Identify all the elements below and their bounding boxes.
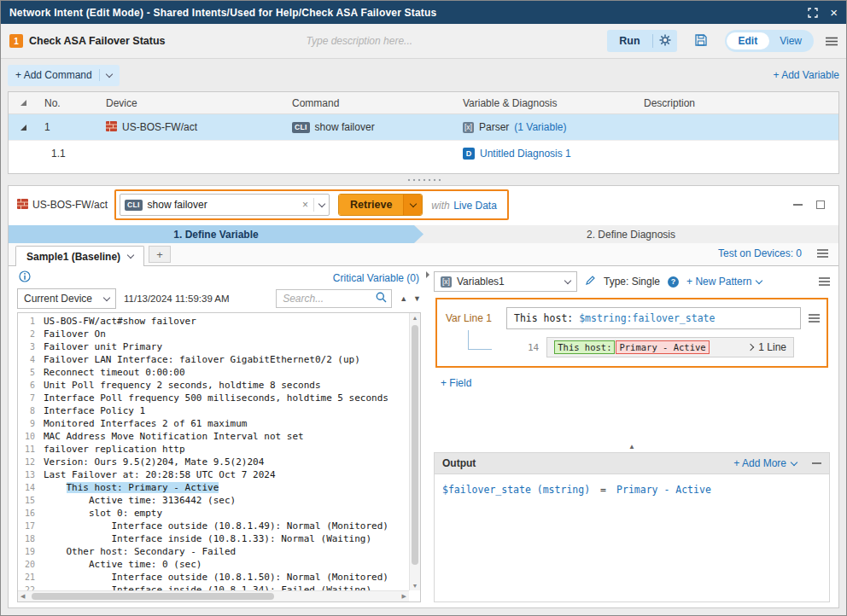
minimize-output-icon[interactable] bbox=[812, 462, 821, 464]
test-on-devices-link[interactable]: Test on Devices: 0 bbox=[718, 247, 802, 259]
type-label: Type: Single bbox=[604, 276, 660, 288]
collapse-panel-icon[interactable] bbox=[426, 271, 429, 278]
collapse-all-icon[interactable] bbox=[9, 100, 38, 106]
code-line: 2Failover On bbox=[18, 328, 408, 340]
scroll-down-icon[interactable]: ▼ bbox=[410, 583, 420, 589]
add-field-link[interactable]: + Field bbox=[441, 377, 830, 389]
tab-define-diagnosis[interactable]: 2. Define Diagnosis bbox=[414, 225, 838, 243]
var-line-label: Var Line 1 bbox=[446, 312, 499, 324]
code-line: 7Interface Poll frequency 500 millisecon… bbox=[18, 392, 408, 404]
run-button[interactable]: Run bbox=[607, 30, 651, 52]
panel-controls bbox=[793, 200, 830, 209]
scrollbar-thumb[interactable] bbox=[412, 325, 418, 565]
edit-pencil-icon[interactable] bbox=[585, 274, 596, 289]
scroll-right-icon[interactable]: ▶ bbox=[402, 593, 406, 600]
help-icon[interactable]: ? bbox=[668, 276, 679, 288]
find-next-icon[interactable]: ▼ bbox=[413, 294, 421, 303]
command-bar: US-BOS-FW/act CLI show failover × Retrie… bbox=[9, 186, 838, 224]
chevron-down-icon bbox=[564, 276, 571, 283]
command-select[interactable]: CLI show failover × bbox=[120, 194, 330, 216]
add-more-button[interactable]: + Add More bbox=[733, 457, 797, 469]
match-lines-link[interactable]: 1 Line bbox=[748, 341, 786, 353]
retrieve-dropdown[interactable] bbox=[403, 195, 422, 215]
search-box bbox=[276, 289, 392, 308]
panel-divider[interactable] bbox=[424, 266, 432, 607]
new-pattern-button[interactable]: + New Pattern bbox=[686, 276, 762, 288]
add-variable-link[interactable]: + Add Variable bbox=[773, 69, 839, 81]
close-icon[interactable]: × bbox=[830, 6, 838, 19]
tab-define-variable[interactable]: 1. Define Variable bbox=[9, 225, 424, 243]
search-input[interactable] bbox=[283, 293, 376, 305]
info-icon[interactable] bbox=[19, 270, 31, 286]
minimize-icon[interactable] bbox=[793, 204, 803, 206]
sample-text-panel: Critical Variable (0) Current Device 11/… bbox=[9, 266, 424, 607]
match-variable-highlight: Primary - Active bbox=[616, 340, 709, 354]
code-line: 19 Other host: Secondary - Failed bbox=[18, 545, 408, 558]
command-cell: CLI show failover bbox=[285, 121, 456, 133]
collapse-output-icon[interactable]: ▲ bbox=[628, 443, 635, 450]
code-line: 3Failover unit Primary bbox=[18, 340, 408, 353]
divider bbox=[99, 69, 100, 81]
cli-output-viewer[interactable]: 1US-BOS-FW/act#show failover2Failover On… bbox=[17, 312, 421, 602]
chevron-down-icon bbox=[410, 200, 417, 206]
horizontal-splitter[interactable] bbox=[8, 174, 839, 185]
vertical-scrollbar[interactable]: ▲ ▼ bbox=[409, 313, 420, 590]
maximize-icon[interactable] bbox=[808, 8, 818, 18]
pattern-prefix-text: This host: bbox=[514, 312, 579, 324]
description-placeholder[interactable]: Type description here... bbox=[307, 35, 413, 47]
scrollbar-thumb[interactable] bbox=[32, 593, 274, 600]
pattern-row-menu-icon[interactable] bbox=[809, 311, 820, 326]
code-line: 11failover replication http bbox=[18, 443, 408, 456]
horizontal-scrollbar[interactable]: ◀ ▶ bbox=[18, 590, 409, 601]
search-icon[interactable] bbox=[376, 291, 387, 306]
row-collapse-icon[interactable] bbox=[9, 125, 38, 131]
live-data-link[interactable]: Live Data bbox=[453, 200, 497, 212]
header-menu-icon[interactable] bbox=[826, 37, 838, 46]
chevron-down-icon bbox=[791, 458, 797, 465]
device-scope-value: Current Device bbox=[24, 293, 92, 305]
save-icon bbox=[694, 33, 708, 49]
match-preview[interactable]: This host: Primary - Active 1 Line bbox=[546, 337, 794, 357]
table-filler bbox=[9, 166, 838, 173]
output-section: ▲ Output + Add More bbox=[434, 452, 830, 602]
sample-tabs-bar: Sample1 (Baseline) + Test on Devices: 0 bbox=[9, 243, 838, 266]
scroll-left-icon[interactable]: ◀ bbox=[20, 593, 25, 600]
maximize-panel-icon[interactable] bbox=[816, 200, 825, 209]
add-command-button[interactable]: + Add Command bbox=[8, 65, 120, 86]
code-line: 10MAC Address Move Notification Interval… bbox=[18, 430, 408, 443]
parser-variable-link[interactable]: (1 Variable) bbox=[514, 121, 566, 133]
tab-sample1-baseline[interactable]: Sample1 (Baseline) bbox=[15, 246, 144, 266]
table-row-diagnosis-1-1[interactable]: 1.1 D Untitled Diagnosis 1 bbox=[9, 140, 838, 166]
titlebar-controls: × bbox=[808, 6, 838, 19]
output-title: Output bbox=[442, 457, 476, 469]
scroll-up-icon[interactable]: ▲ bbox=[410, 315, 420, 321]
edit-toggle-button[interactable]: Edit bbox=[727, 32, 770, 49]
save-button[interactable] bbox=[689, 30, 713, 52]
run-settings-button[interactable] bbox=[653, 30, 677, 52]
output-actions: + Add More bbox=[733, 457, 821, 469]
output-result-line: $failover_state (mstring) = Primary - Ac… bbox=[442, 484, 821, 496]
tabs-menu-icon[interactable] bbox=[817, 246, 828, 261]
with-label: with bbox=[431, 200, 449, 212]
variables-select[interactable]: [x] Variables1 bbox=[434, 271, 577, 292]
diagnosis-link[interactable]: Untitled Diagnosis 1 bbox=[480, 148, 571, 160]
critical-variable-link[interactable]: Critical Variable (0) bbox=[333, 272, 419, 284]
view-toggle-button[interactable]: View bbox=[769, 32, 812, 49]
command-text: show failover bbox=[315, 121, 375, 133]
find-previous-icon[interactable]: ▲ bbox=[400, 294, 407, 303]
clear-command-icon[interactable]: × bbox=[302, 200, 308, 210]
retrieve-button[interactable]: Retrieve bbox=[338, 194, 423, 216]
variable-badge-icon: [x] bbox=[463, 122, 474, 133]
variable-badge-icon: [x] bbox=[441, 276, 452, 288]
pattern-input[interactable]: This host: $mstring:failover_state bbox=[506, 307, 801, 329]
add-sample-tab-button[interactable]: + bbox=[149, 246, 171, 263]
table-row-command-1[interactable]: 1 US-BOS-FW/act CLI show failover [x] Pa… bbox=[9, 114, 838, 140]
cli-badge-icon: CLI bbox=[125, 200, 143, 211]
code-line: 21 Interface outside (10.8.1.50): Normal… bbox=[18, 571, 408, 584]
code-line: 18 Interface inside (10.8.1.33): Normal … bbox=[18, 532, 408, 545]
pattern-menu-icon[interactable] bbox=[819, 274, 830, 289]
row-number: 1 bbox=[38, 121, 99, 133]
retrieve-label[interactable]: Retrieve bbox=[339, 195, 403, 215]
add-command-label: + Add Command bbox=[15, 69, 92, 81]
device-scope-select[interactable]: Current Device bbox=[17, 288, 116, 309]
